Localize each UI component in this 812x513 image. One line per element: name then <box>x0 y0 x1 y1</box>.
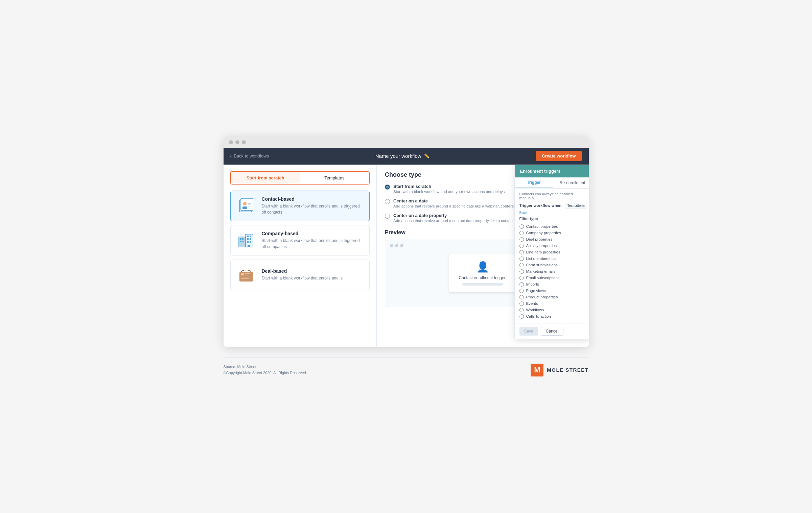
filter-contact-properties[interactable]: Contact properties <box>519 223 587 230</box>
radio-label-center-date: Center on a date Add actions that revolv… <box>393 198 532 208</box>
filter-email-subscriptions[interactable]: Email subscriptions <box>519 275 587 281</box>
tab-templates[interactable]: Templates <box>300 172 369 184</box>
brand-logo: M <box>531 364 543 376</box>
enrollment-cancel-button[interactable]: Cancel <box>541 327 563 336</box>
svg-rect-18 <box>250 241 251 243</box>
filter-workflows[interactable]: Workflows <box>519 307 587 313</box>
svg-rect-22 <box>245 273 250 274</box>
enrollment-panel-header: Enrollment triggers <box>515 165 589 177</box>
svg-rect-11 <box>240 241 241 242</box>
test-criteria-button[interactable]: Test criteria <box>565 203 587 209</box>
contact-based-text: Contact-based Start with a blank workflo… <box>262 196 364 215</box>
back-link-label: Back to workflows <box>234 153 269 158</box>
workflow-name-text: Name your workflow <box>375 153 421 159</box>
browser-dot-3 <box>242 140 246 144</box>
radio-title-center-date: Center on a date <box>393 198 532 203</box>
browser-window: ‹ Back to workflows Name your workflow ✏… <box>224 137 589 347</box>
preview-person-icon: 👤 <box>457 261 508 273</box>
enrollment-tab-trigger[interactable]: Trigger <box>515 177 553 188</box>
tab-start-from-scratch[interactable]: Start from scratch <box>231 172 300 184</box>
edit-workflow-name-icon[interactable]: ✏️ <box>424 153 430 158</box>
filter-deal-properties[interactable]: Deal properties <box>519 236 587 243</box>
deal-based-text: Deal-based Start with a blank workflow t… <box>262 268 343 281</box>
deal-based-icon <box>236 265 256 285</box>
source-line: Source: Mole Street <box>224 364 307 370</box>
radio-center-date-property[interactable] <box>385 214 390 219</box>
filter-type-label: Filter type <box>519 217 587 221</box>
type-card-contact-based[interactable]: Contact-based Start with a blank workflo… <box>230 191 370 221</box>
preview-dots <box>390 244 403 247</box>
enrollment-tab-group: Trigger Re-enrollment <box>515 177 589 189</box>
contact-based-icon <box>236 196 256 216</box>
filter-marketing-emails[interactable]: Marketing emails <box>519 268 587 275</box>
filter-activity-properties[interactable]: Activity properties <box>519 243 587 249</box>
page-footer: Source: Mole Street ©Copyright Mole Stre… <box>224 357 589 380</box>
enrollment-footer: Save Cancel <box>515 323 589 339</box>
svg-rect-23 <box>245 275 249 275</box>
filter-product-properties[interactable]: Product properties <box>519 294 587 300</box>
radio-center-date[interactable] <box>385 199 390 204</box>
radio-title-start-scratch: Start from scratch <box>393 184 506 189</box>
workflow-title: Name your workflow ✏️ <box>375 153 430 159</box>
page-wrapper: ‹ Back to workflows Name your workflow ✏… <box>0 123 812 390</box>
filter-form-submissions[interactable]: Form submissions <box>519 262 587 268</box>
svg-rect-25 <box>241 278 249 279</box>
copyright-line: ©Copyright Mole Street 2020. All Rights … <box>224 370 307 376</box>
footer-source-text: Source: Mole Street ©Copyright Mole Stre… <box>224 364 307 376</box>
filter-calls-to-action[interactable]: Calls-to-action <box>519 313 587 320</box>
radio-label-center-date-property: Center on a date property Add actions th… <box>393 213 531 223</box>
svg-rect-13 <box>247 236 249 237</box>
svg-rect-3 <box>242 206 247 209</box>
company-based-description: Start with a blank workflow that enrolls… <box>262 238 364 250</box>
company-based-title: Company-based <box>262 231 364 236</box>
left-panel: Start from scratch Templates <box>224 165 377 347</box>
radio-title-center-date-property: Center on a date property <box>393 213 531 218</box>
create-workflow-button[interactable]: Create workflow <box>536 151 582 161</box>
brand-name: MOLE STREET <box>547 367 588 373</box>
filter-company-properties[interactable]: Company properties <box>519 230 587 236</box>
enrollment-save-button[interactable]: Save <box>519 327 538 336</box>
enrollment-tab-reenrollment[interactable]: Re-enrollment <box>553 177 589 188</box>
preview-bar <box>462 283 503 286</box>
main-content: Start from scratch Templates <box>224 165 589 347</box>
preview-dot-2 <box>395 244 398 247</box>
back-to-workflows-link[interactable]: ‹ Back to workflows <box>230 153 269 159</box>
svg-rect-19 <box>248 245 250 247</box>
preview-card: 👤 Contact enrollment trigger: <box>449 254 516 293</box>
filter-events[interactable]: Events <box>519 300 587 307</box>
trigger-workflow-label: Trigger workflow when: Test criteria <box>519 203 587 209</box>
filter-back-link[interactable]: Back <box>519 211 587 215</box>
svg-rect-10 <box>242 238 243 240</box>
svg-rect-15 <box>247 238 249 240</box>
deal-based-title: Deal-based <box>262 268 343 274</box>
filter-line-item-properties[interactable]: Line item properties <box>519 249 587 255</box>
deal-based-description: Start with a blank workflow that enrolls… <box>262 275 343 281</box>
filter-list-memberships[interactable]: List memberships <box>519 255 587 262</box>
company-based-text: Company-based Start with a blank workflo… <box>262 231 364 250</box>
type-card-deal-based[interactable]: Deal-based Start with a blank workflow t… <box>230 260 370 290</box>
radio-desc-center-date-property: Add actions that revolve around a contac… <box>393 219 531 223</box>
svg-rect-17 <box>247 241 249 243</box>
workflow-type-tab-group: Start from scratch Templates <box>230 171 370 185</box>
enrollment-body: Contacts can always be enrolled manually… <box>515 189 589 323</box>
chevron-left-icon: ‹ <box>230 153 232 159</box>
radio-start-scratch[interactable] <box>385 185 390 190</box>
brand-initial: M <box>534 366 540 374</box>
filter-imports[interactable]: Imports <box>519 281 587 288</box>
enrollment-info-text: Contacts can always be enrolled manually… <box>519 192 587 200</box>
svg-rect-24 <box>241 277 252 277</box>
right-panel: Choose type Start from scratch Start wit… <box>377 165 588 347</box>
type-card-company-based[interactable]: Company-based Start with a blank workflo… <box>230 225 370 255</box>
svg-rect-9 <box>240 238 241 240</box>
browser-chrome <box>224 137 589 148</box>
contact-based-title: Contact-based <box>262 196 364 202</box>
svg-rect-21 <box>241 273 244 275</box>
top-nav: ‹ Back to workflows Name your workflow ✏… <box>224 148 589 165</box>
svg-rect-12 <box>242 241 243 242</box>
filter-page-views[interactable]: Page views <box>519 288 587 294</box>
svg-rect-6 <box>248 206 251 206</box>
filter-type-list: Contact properties Company properties De… <box>519 223 587 320</box>
enrollment-triggers-panel: Enrollment triggers Trigger Re-enrollmen… <box>514 165 589 339</box>
radio-label-start-scratch: Start from scratch Start with a blank wo… <box>393 184 506 194</box>
svg-rect-5 <box>248 204 251 205</box>
